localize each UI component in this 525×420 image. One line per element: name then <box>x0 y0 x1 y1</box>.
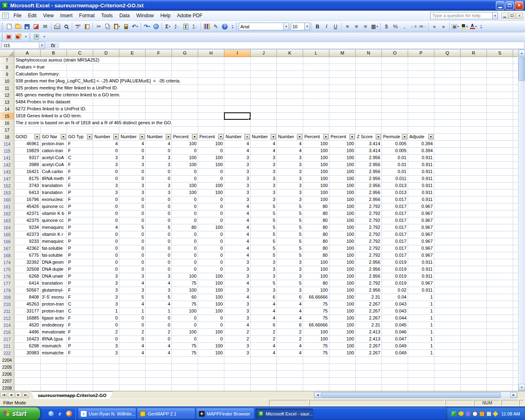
cell[interactable]: P <box>67 217 93 224</box>
filter-dropdown-icon-A[interactable]: ▼ <box>34 134 40 139</box>
cell[interactable]: 0.01 <box>382 155 408 161</box>
cell[interactable]: 0 <box>198 231 224 238</box>
cell[interactable]: F <box>67 183 93 189</box>
help-search-input[interactable]: Type a question for help <box>430 12 493 19</box>
cell[interactable]: 0.017 <box>382 224 408 231</box>
cell[interactable]: fat-soluble <box>41 245 67 252</box>
sort-descending-icon[interactable]: ZA↓ <box>190 22 199 31</box>
paste-icon[interactable]: ▾ <box>112 22 121 31</box>
cell[interactable]: 100 <box>329 273 356 280</box>
cell[interactable] <box>382 371 408 377</box>
cell[interactable] <box>434 343 461 349</box>
filter-dropdown-icon-F[interactable]: ▼ <box>166 134 171 139</box>
row-header-166[interactable]: 166 <box>0 238 14 245</box>
cell[interactable]: acetyl-CoA <box>41 155 67 161</box>
cell[interactable]: 0 <box>146 238 172 245</box>
cell[interactable] <box>434 224 461 231</box>
tray-graphics-icon[interactable] <box>452 411 457 416</box>
cell[interactable]: 3 <box>277 287 303 294</box>
row-header-18[interactable]: 18 <box>0 134 14 140</box>
cell[interactable]: 1 <box>93 308 119 315</box>
cell[interactable]: 0.049 <box>382 343 408 349</box>
cell[interactable]: 6414 <box>14 280 41 287</box>
cell[interactable]: 0 <box>198 176 224 182</box>
cell[interactable] <box>277 385 303 391</box>
cell[interactable]: 45426 <box>14 203 41 210</box>
cell[interactable] <box>461 308 487 315</box>
cell[interactable]: 0.013 <box>382 183 408 189</box>
row-header-216[interactable]: 216 <box>0 329 14 336</box>
vertical-scrollbar[interactable]: ▲ ▼ <box>518 50 525 391</box>
cell[interactable]: 3 <box>277 183 303 189</box>
cell[interactable]: 4 <box>146 141 172 147</box>
cell[interactable]: 3 <box>146 287 172 294</box>
row-header-212[interactable]: 212 <box>0 315 14 322</box>
cell[interactable]: 80 <box>303 280 329 287</box>
cell[interactable]: 5 <box>251 224 277 231</box>
cell[interactable]: P <box>67 343 93 349</box>
cell[interactable] <box>461 329 487 336</box>
cell[interactable] <box>434 155 461 161</box>
column-header-E[interactable]: E <box>119 50 146 57</box>
cell[interactable]: F <box>67 196 93 203</box>
cell[interactable]: 0 <box>198 336 224 342</box>
cell[interactable] <box>487 308 513 315</box>
column-header-K[interactable]: K <box>277 50 303 57</box>
cell[interactable]: 0.967 <box>408 238 434 245</box>
cell[interactable]: 0 <box>198 203 224 210</box>
cell[interactable] <box>487 252 513 259</box>
cell[interactable] <box>461 322 487 329</box>
row-header-141[interactable]: 141 <box>0 155 14 161</box>
cell[interactable]: 0 <box>198 148 224 154</box>
cell[interactable]: 0 <box>146 203 172 210</box>
cell[interactable]: 100 <box>329 210 356 217</box>
cell[interactable]: 3 <box>146 162 172 168</box>
cell[interactable]: 4 <box>224 294 251 301</box>
filter-dropdown-icon-J[interactable]: ▼ <box>271 134 276 139</box>
drawing-icon[interactable]: ✎ <box>211 22 220 31</box>
cell[interactable]: 3 <box>224 343 251 349</box>
cell[interactable]: 100 <box>303 196 329 203</box>
cell[interactable]: F <box>67 169 93 175</box>
cell[interactable]: 3 <box>277 259 303 266</box>
workbook-close-button[interactable]: × <box>516 13 523 19</box>
column-header-I[interactable]: I <box>224 50 251 57</box>
cell[interactable]: 0.967 <box>408 224 434 231</box>
cell[interactable]: 100 <box>329 169 356 175</box>
cell[interactable]: 5 <box>251 245 277 252</box>
cell[interactable]: 0 <box>172 203 198 210</box>
convert-to-pdf-and-email-icon[interactable] <box>14 32 23 41</box>
cell[interactable]: 4 <box>251 148 277 154</box>
cell[interactable] <box>434 189 461 196</box>
cell[interactable] <box>487 183 513 189</box>
cell[interactable]: 3 <box>93 294 119 301</box>
cell[interactable] <box>487 224 513 231</box>
cell[interactable] <box>461 183 487 189</box>
cell[interactable] <box>487 148 513 154</box>
cell[interactable]: 0 <box>119 238 146 245</box>
cell[interactable]: 5 <box>277 231 303 238</box>
cell[interactable]: 0.967 <box>408 280 434 287</box>
cell[interactable]: 0 <box>146 217 172 224</box>
cell[interactable]: 100 <box>198 189 224 196</box>
cell[interactable]: 3 <box>251 266 277 273</box>
cell[interactable]: 4 <box>146 301 172 308</box>
scroll-up-icon[interactable]: ▲ <box>518 50 525 57</box>
cell[interactable] <box>434 252 461 259</box>
row-header-176[interactable]: 176 <box>0 273 14 280</box>
cell[interactable]: 80 <box>172 224 198 231</box>
cell[interactable]: 0 <box>93 203 119 210</box>
row-header-2208[interactable]: 2208 <box>0 385 14 391</box>
cell[interactable]: 4520 <box>14 322 41 329</box>
cell[interactable] <box>487 162 513 168</box>
cell[interactable]: 0 <box>198 245 224 252</box>
font-color-button[interactable]: A▾ <box>469 22 478 31</box>
cell[interactable] <box>41 378 67 384</box>
cell[interactable]: 0.019 <box>382 273 408 280</box>
cell[interactable]: 0.911 <box>408 155 434 161</box>
cell[interactable]: ligase activ <box>41 315 67 322</box>
cell[interactable]: 4 <box>251 308 277 315</box>
cell[interactable] <box>487 245 513 252</box>
cell[interactable]: 2.31 <box>356 322 382 329</box>
cell[interactable] <box>408 378 434 384</box>
